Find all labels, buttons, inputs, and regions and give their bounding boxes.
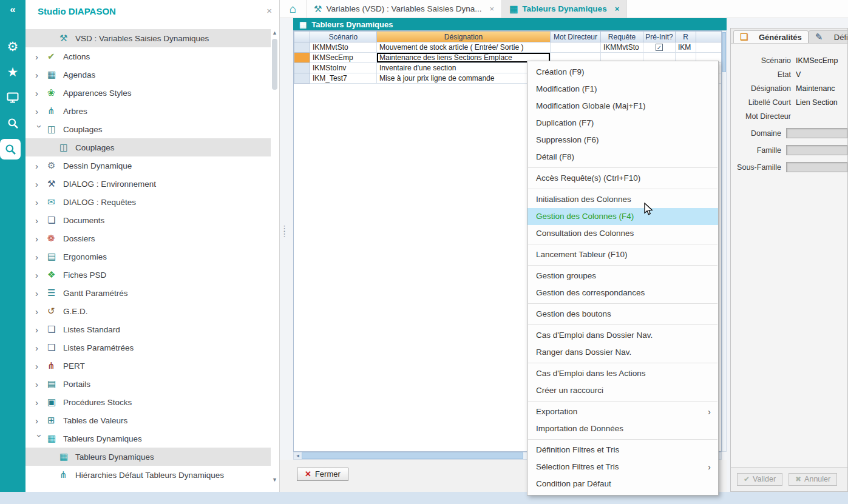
pre-init-cell[interactable]: ✓ [643,42,676,53]
sidebar-close-icon[interactable]: × [266,5,272,16]
context-menu-item[interactable]: Importation de Données [527,420,718,437]
designation-cell[interactable]: Maintenance des liens Sections Emplace [377,53,551,63]
detail-tab-active[interactable]: ❏Généralités [733,30,809,43]
sidebar-item[interactable]: ›❏Listes Standard [25,320,271,338]
column-header[interactable]: Désignation [377,32,551,42]
sidebar-item[interactable]: ›❖Fiches PSD [25,266,271,284]
context-menu-item[interactable]: Cas d'Emploi dans Dossier Nav. [527,327,718,344]
sidebar-item[interactable]: ›▣Procédures Stocks [25,393,271,411]
sidebar-item[interactable]: ›↺G.E.D. [25,302,271,320]
row-selector-cell[interactable] [294,63,310,73]
context-menu-item[interactable]: Détail (F8) [527,149,718,166]
context-menu-item[interactable]: Duplication (F7) [527,115,718,132]
expand-arrow-icon[interactable]: › [35,343,47,353]
gear-iconbar-button[interactable]: ⚙ [0,34,25,59]
field-input[interactable] [786,162,847,172]
expand-arrow-icon[interactable]: › [35,215,47,226]
collapse-arrow-icon[interactable]: › [35,125,45,134]
column-header[interactable]: Pré-Init? [643,32,676,42]
column-header[interactable]: Mot Directeur [551,32,601,42]
context-menu-item[interactable]: Ranger dans Dossier Nav. [527,344,718,361]
sidebar-item[interactable]: ›⊞Tables de Valeurs [25,411,271,429]
row-selector-cell[interactable] [294,42,310,53]
home-icon[interactable]: ⌂ [280,0,307,18]
scroll-up-icon[interactable]: ▲ [271,29,278,36]
field-input[interactable] [786,145,847,155]
scrollbar-thumb[interactable] [722,32,726,72]
context-menu-item[interactable]: Exportation› [527,403,718,420]
tab-inactive[interactable]: ⚒Variables (VSD) : Variables Saisies Dyn… [307,0,502,18]
context-menu-item[interactable]: Initialisation des Colonnes [527,191,718,208]
context-menu-item[interactable]: Suppression (F6) [527,132,718,149]
tab-active[interactable]: ▦Tableurs Dynamiques× [502,0,627,18]
context-menu-item[interactable]: Sélection Filtres et Tris› [527,459,718,475]
grid-vertical-scrollbar[interactable] [722,30,727,452]
sidebar-item[interactable]: ›❏Documents [25,211,271,229]
star-iconbar-button[interactable]: ★ [0,59,25,85]
expand-arrow-icon[interactable]: › [35,234,47,244]
sidebar-item[interactable]: ›❏Listes Paramétrées [25,338,271,357]
sidebar-item[interactable]: ▦Tableurs Dynamiques [25,448,271,466]
row-selector-cell[interactable] [294,53,310,63]
sidebar-item[interactable]: ›⋔PERT [25,357,271,375]
expand-arrow-icon[interactable]: › [35,252,47,262]
collapse-arrow-icon[interactable]: › [35,434,45,443]
expand-arrow-icon[interactable]: › [35,70,47,80]
field-input[interactable] [786,128,847,138]
expand-arrow-icon[interactable]: › [35,288,47,298]
context-menu-item[interactable]: Modification (F1) [527,81,718,98]
column-header[interactable]: Requête [601,32,643,42]
expand-arrow-icon[interactable]: › [35,397,47,408]
expand-arrow-icon[interactable]: › [35,179,47,189]
column-header[interactable]: Scénario [310,32,377,42]
sidebar-item[interactable]: ›▦Tableurs Dynamiques [25,429,271,448]
sidebar-scrollbar[interactable]: ▲ ▼ [271,29,278,483]
collapse-sidebar-icon[interactable]: « [10,4,15,16]
designation-cell[interactable]: Inventaire d'une section [377,63,551,73]
context-menu-item[interactable]: Créer un raccourci [527,382,718,399]
context-menu-item[interactable]: Lancement Tableur (F10) [527,246,718,263]
scroll-left-icon[interactable]: ◂ [294,452,302,459]
expand-arrow-icon[interactable]: › [35,270,47,280]
scenario-cell[interactable]: IKM_Test7 [310,73,377,84]
expand-arrow-icon[interactable]: › [35,415,47,426]
search-iconbar-button[interactable] [0,110,25,136]
row-selector-cell[interactable] [294,73,310,84]
expand-arrow-icon[interactable]: › [35,161,47,171]
mot_directeur-cell[interactable] [551,42,601,53]
context-menu-item[interactable]: Modification Globale (Maj+F1) [527,98,718,115]
context-menu-item[interactable]: Gestion des boutons [527,306,718,323]
detail-tab-inactive[interactable]: ✎Définiti [809,30,848,43]
sidebar-item[interactable]: ›✔Actions [25,47,271,66]
context-menu-item[interactable]: Gestion des Colonnes (F4) [527,208,718,225]
designation-cell[interactable]: Mouvement de stock article ( Entrée/ Sor… [377,42,551,53]
sidebar-item[interactable]: ›⋔Arbres [25,102,271,120]
tab-close-icon[interactable]: × [490,4,495,13]
expand-arrow-icon[interactable]: › [35,379,47,389]
expand-arrow-icon[interactable]: › [35,88,47,98]
expand-arrow-icon[interactable]: › [35,106,47,116]
scrollbar-thumb[interactable] [272,39,277,90]
sidebar-item[interactable]: ›☰Gantt Paramétrés [25,284,271,302]
col_r-cell[interactable]: IKM [676,42,696,53]
splitter-handle[interactable]: ⋮⋮ [280,226,288,237]
table-row[interactable]: IKMMvtStoMouvement de stock article ( En… [294,42,722,53]
expand-arrow-icon[interactable]: › [35,324,47,335]
designation-cell[interactable]: Mise à jour prix ligne de commande [377,73,551,84]
column-header[interactable]: R [676,32,696,42]
sidebar-item[interactable]: ›✉DIALOG : Requêtes [25,193,271,211]
validate-button[interactable]: ✔Valider [737,473,782,486]
close-view-button[interactable]: ✕ Fermer [297,468,348,481]
scrollbar-thumb[interactable] [302,452,523,459]
expand-arrow-icon[interactable]: › [35,52,47,62]
tab-close-icon[interactable]: × [615,4,620,13]
checkbox-checked-icon[interactable]: ✓ [656,44,663,51]
cancel-button[interactable]: ✖Annuler [789,473,837,486]
search-advanced-iconbar-button[interactable] [0,139,21,160]
scenario-cell[interactable]: IKMMvtSto [310,42,377,53]
sidebar-item[interactable]: ⋔Hiérarchies Défaut Tableurs Dynamiques [25,466,271,484]
sidebar-item[interactable]: ◫Couplages [25,138,271,156]
row-selector-header[interactable] [294,32,310,42]
sidebar-item[interactable]: ›⚒DIALOG : Environnement [25,175,271,193]
sidebar-item[interactable]: ›⚙Dessin Dynamique [25,156,271,175]
